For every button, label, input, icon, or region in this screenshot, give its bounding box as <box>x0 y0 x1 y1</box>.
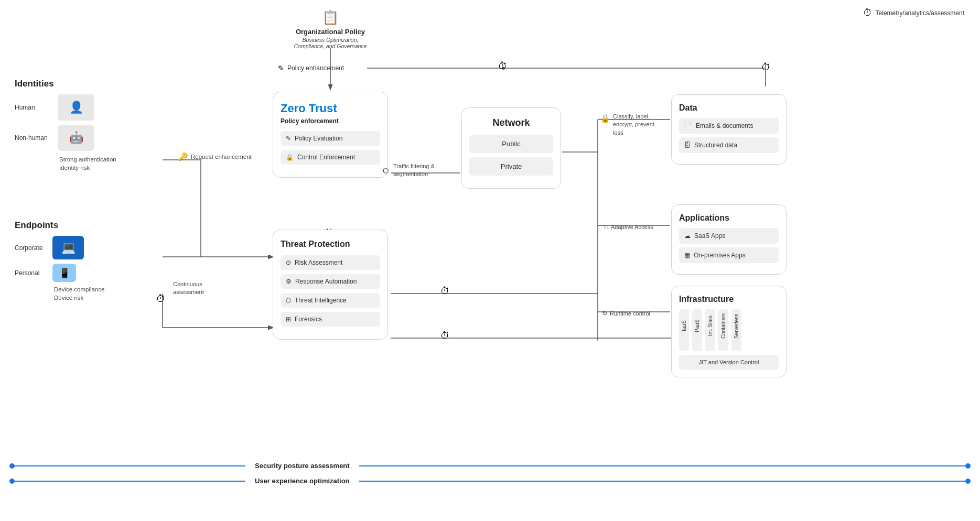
connectors-svg <box>0 0 980 521</box>
paas-col: PaaS <box>692 309 702 351</box>
data-card: Data 📄 Emails & documents 🗄 Structured d… <box>671 94 787 165</box>
policy-evaluation-label: Policy Evaluation <box>295 135 342 142</box>
key-icon: 🔑 <box>178 152 188 161</box>
speedometer-threat-response: ⏱ <box>440 286 450 297</box>
diagram-container: ⏱ Telemetry/analytics/assessment 📋 Organ… <box>0 0 980 521</box>
share-icon: ⬡ <box>286 297 291 304</box>
identities-section: Identities Human 👤 Non-human 🤖 Strong au… <box>15 79 116 171</box>
speedometer-bottom-left: ⏱ <box>156 294 166 305</box>
shield-icon: ⊙ <box>286 259 291 266</box>
ux-right-line <box>359 481 965 482</box>
infra-card: Infrastructure IaaS PaaS Int. Sites Cont… <box>671 286 787 377</box>
policy-evaluation-item: ✎ Policy Evaluation <box>281 131 380 146</box>
containers-col: Containers <box>718 309 728 351</box>
security-posture-label: Security posture assessment <box>255 462 350 470</box>
personal-device-icon: 📱 <box>52 264 76 282</box>
emails-documents-item: 📄 Emails & documents <box>679 118 779 134</box>
doc-icon: 📄 <box>684 122 692 129</box>
control-enforcement-item: 🔒 Control Enforcement <box>281 150 380 165</box>
infra-cols: IaaS PaaS Int. Sites Containers Serverle… <box>679 309 779 351</box>
apps-title: Applications <box>679 213 779 223</box>
policy-enhancement-label: Policy enhancement <box>287 64 344 72</box>
forensics-item: ⊞ Forensics <box>281 312 380 327</box>
on-premises-label: On-premises Apps <box>694 252 746 259</box>
security-left-dot <box>9 463 15 469</box>
endpoints-title: Endpoints <box>15 220 105 231</box>
request-enhancement-block: 🔑 Request enhancement <box>178 152 252 161</box>
strong-auth-label: Strong authentication <box>59 156 116 162</box>
request-enhancement-label: Request enhancement <box>191 154 252 160</box>
corporate-icon: 💻 <box>61 241 76 255</box>
device-compliance-label: Device compliance <box>54 286 105 292</box>
endpoints-section: Endpoints Corporate 💻 Personal 📱 Device … <box>15 220 105 301</box>
jit-btn: JIT and Version Control <box>679 355 779 370</box>
data-title: Data <box>679 103 779 113</box>
human-icon: 👤 <box>69 101 83 114</box>
telemetry-text: Telemetry/analytics/assessment <box>876 9 964 17</box>
traffic-icon: ⬡ <box>383 167 389 175</box>
apps-card: Applications ☁ SaaS Apps ▦ On-premises A… <box>671 204 787 275</box>
classify-label: Classify, label, encrypt, prevent loss <box>613 113 663 137</box>
serverless-label: Serverless <box>734 313 739 338</box>
serverless-col: Serverless <box>731 309 741 351</box>
speedometer-top: ⏱ <box>498 61 508 72</box>
security-posture-row: Security posture assessment <box>0 462 980 470</box>
saas-apps-label: SaaS Apps <box>694 232 725 240</box>
identity-risk-label: Identity risk <box>59 165 116 171</box>
zero-trust-policy-subtitle: Policy enforcement <box>281 117 380 125</box>
grid-icon: ▦ <box>684 252 690 259</box>
org-policy-subtitle: Business Optimization, Compliance, and G… <box>294 37 367 49</box>
corporate-row: Corporate 💻 <box>15 236 105 259</box>
adaptive-access-block: ☜ Adaptive Access <box>602 223 653 231</box>
identities-title: Identities <box>15 79 116 89</box>
cloud-icon: ☁ <box>684 232 691 240</box>
speedometer-top-right: ⏱ <box>761 62 771 73</box>
iaas-col: IaaS <box>679 309 689 351</box>
response-automation-item: ⚙ Response Automation <box>281 274 380 289</box>
org-policy-icon: 📋 <box>294 9 367 26</box>
threat-intelligence-item: ⬡ Threat Intelligence <box>281 293 380 308</box>
control-enforcement-label: Control Enforcement <box>297 154 355 161</box>
policy-enhancement-icon: ✎ <box>278 64 284 72</box>
pencil-icon: ✎ <box>286 135 291 142</box>
structured-data-item: 🗄 Structured data <box>679 137 779 153</box>
fingerprint-icon: ☜ <box>602 223 609 231</box>
network-public-item: Public <box>469 135 553 153</box>
user-experience-row: User experience optimization <box>0 477 980 485</box>
security-right-line <box>359 465 965 466</box>
bottom-lines: Security posture assessment User experie… <box>0 462 980 492</box>
corporate-label: Corporate <box>15 244 46 252</box>
human-identity-card: 👤 <box>58 94 94 121</box>
user-experience-label: User experience optimization <box>255 477 350 485</box>
zero-trust-title: Zero Trust <box>281 102 380 115</box>
containers-label: Containers <box>720 313 726 339</box>
response-automation-label: Response Automation <box>295 278 357 285</box>
device-risk-label: Device risk <box>54 295 105 301</box>
iaas-label: IaaS <box>681 321 687 332</box>
classify-label-block: 🔒 Classify, label, encrypt, prevent loss <box>600 113 663 137</box>
risk-assessment-item: ⊙ Risk Assessment <box>281 255 380 270</box>
network-private-item: Private <box>469 157 553 176</box>
human-label: Human <box>15 104 51 111</box>
refresh-icon: ↻ <box>602 309 608 317</box>
human-row: Human 👤 <box>15 94 116 121</box>
non-human-icon: 🤖 <box>69 131 83 145</box>
paas-label: PaaS <box>694 320 700 332</box>
network-title: Network <box>469 117 553 128</box>
adaptive-access-label: Adaptive Access <box>611 224 653 230</box>
forensics-label: Forensics <box>295 316 322 323</box>
ux-left-line <box>15 481 245 482</box>
network-card: Network Public Private <box>461 107 561 189</box>
personal-icon: 📱 <box>59 267 70 279</box>
non-human-row: Non-human 🤖 <box>15 125 116 151</box>
personal-label: Personal <box>15 269 46 277</box>
structured-data-label: Structured data <box>694 142 737 149</box>
int-sites-label: Int. Sites <box>707 316 713 337</box>
threat-intelligence-label: Threat Intelligence <box>295 297 347 304</box>
on-premises-apps-item: ▦ On-premises Apps <box>679 247 779 263</box>
org-policy-title: Organizational Policy <box>294 28 367 36</box>
org-policy-block: 📋 Organizational Policy Business Optimiz… <box>294 9 367 49</box>
traffic-filtering-label: Traffic filtering & segmentation <box>393 162 451 179</box>
corporate-device-icon: 💻 <box>52 236 84 259</box>
lock-classify-icon: 🔒 <box>600 113 610 124</box>
